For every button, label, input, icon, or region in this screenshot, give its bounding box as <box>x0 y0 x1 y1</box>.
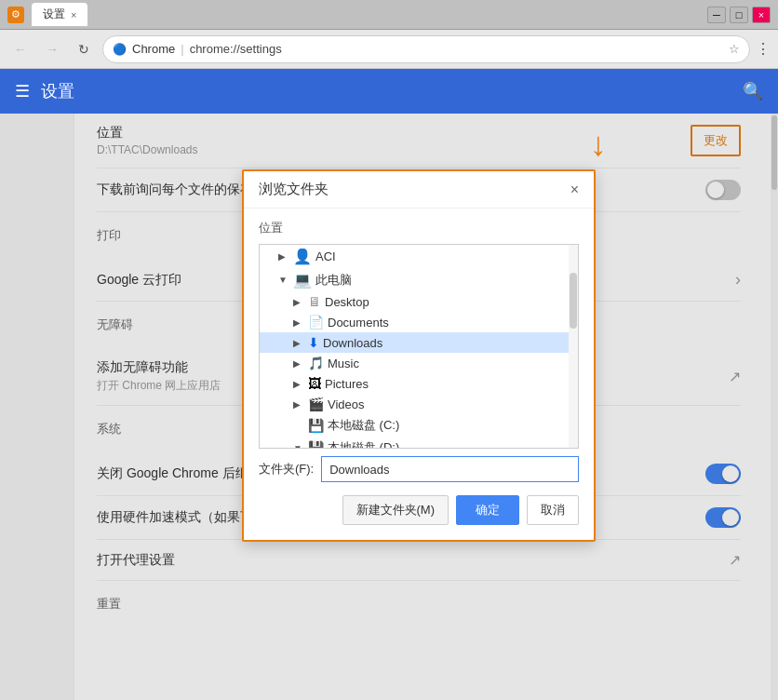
dialog-header: 浏览文件夹 × <box>244 171 594 209</box>
browser-menu-icon[interactable]: ⋮ <box>756 40 771 58</box>
file-tree[interactable]: ▶👤ACI▼💻此电脑▶🖥Desktop▶📄Documents▶⬇Download… <box>259 244 579 449</box>
page-title: 设置 <box>41 80 74 102</box>
url-text: chrome://settings <box>190 42 282 56</box>
new-folder-button[interactable]: 新建文件夹(M) <box>342 495 449 525</box>
main-content: 位置 D:\TTAC\Downloads 更改 下载前询问每个文件的保存位置 打… <box>0 114 778 700</box>
tree-item[interactable]: ▶🎬Videos <box>260 394 578 414</box>
tree-item[interactable]: ▶🖼Pictures <box>260 373 578 394</box>
folder-input[interactable] <box>321 456 579 482</box>
tree-item[interactable]: ▶🎵Music <box>260 353 578 373</box>
tab-label: 设置 <box>43 7 65 22</box>
title-bar: ⚙ 设置 × ─ □ × <box>0 0 778 30</box>
dialog-body: 位置 ▶👤ACI▼💻此电脑▶🖥Desktop▶📄Documents▶⬇Downl… <box>244 209 594 540</box>
tree-item[interactable]: ▶🖥Desktop <box>260 291 578 312</box>
dialog-close-button[interactable]: × <box>570 182 579 198</box>
app-name: Chrome <box>132 42 175 56</box>
navigation-bar: ← → ↻ 🔵 Chrome | chrome://settings ☆ ⋮ <box>0 30 778 69</box>
cancel-button[interactable]: 取消 <box>527 495 579 525</box>
site-icon: 🔵 <box>113 43 127 56</box>
tree-scrollbar[interactable] <box>569 245 578 448</box>
browse-folder-dialog: ↓ 浏览文件夹 × 位置 ▶👤ACI▼💻此电脑▶🖥Desktop▶📄Docume… <box>242 169 596 542</box>
address-bar[interactable]: 🔵 Chrome | chrome://settings ☆ <box>102 35 750 63</box>
tree-item[interactable]: ▼💻此电脑 <box>260 268 578 291</box>
dialog-title: 浏览文件夹 <box>259 181 329 198</box>
orange-arrow-indicator: ↓ <box>590 125 607 164</box>
dialog-buttons: 新建文件夹(M) 确定 取消 <box>259 486 579 529</box>
tree-item[interactable]: 💾本地磁盘 (C:) <box>260 414 578 437</box>
search-icon[interactable]: 🔍 <box>743 81 763 101</box>
folder-label: 文件夹(F): <box>259 461 314 478</box>
refresh-button[interactable]: ↻ <box>71 36 97 62</box>
tree-item[interactable]: ▶👤ACI <box>260 245 578 268</box>
ok-button[interactable]: 确定 <box>456 495 519 525</box>
back-button[interactable]: ← <box>7 36 34 62</box>
tree-item[interactable]: ▶⬇Downloads <box>260 332 578 353</box>
header-left: ☰ 设置 <box>15 80 74 102</box>
close-window-button[interactable]: × <box>752 7 771 23</box>
settings-icon: ⚙ <box>7 7 24 23</box>
dialog-location-label: 位置 <box>259 220 579 236</box>
chrome-header: ☰ 设置 🔍 <box>0 69 778 114</box>
hamburger-icon[interactable]: ☰ <box>15 81 30 101</box>
bookmark-icon[interactable]: ☆ <box>729 42 740 56</box>
maximize-button[interactable]: □ <box>730 7 748 23</box>
window-controls: ─ □ × <box>707 7 771 23</box>
minimize-button[interactable]: ─ <box>707 7 726 23</box>
active-tab[interactable]: 设置 × <box>32 3 87 26</box>
tree-item[interactable]: ▶📄Documents <box>260 312 578 332</box>
folder-input-row: 文件夹(F): <box>259 449 579 486</box>
tree-item[interactable]: ▼💾本地磁盘 (D:) <box>260 437 578 449</box>
title-bar-left: ⚙ 设置 × <box>7 3 87 26</box>
close-tab-button[interactable]: × <box>71 9 76 20</box>
forward-button[interactable]: → <box>39 36 65 62</box>
